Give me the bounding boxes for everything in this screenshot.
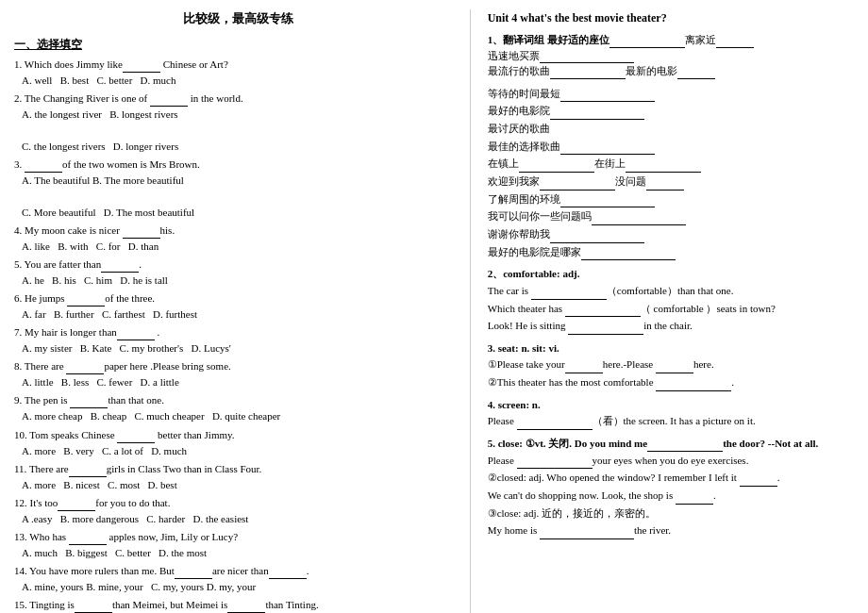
q5-options: A. he B. his C. him D. he is tall: [14, 273, 462, 289]
fill-right-section: 等待的时间最短 最好的电影院 最讨厌的歌曲 最佳的选择歌曲 在镇上在街上 欢迎到…: [488, 85, 854, 261]
q10-text: 10. Tom speaks Chinese better than Jimmy…: [14, 429, 235, 440]
near-home: 离家近: [685, 34, 716, 45]
section1-right-title: 1、翻译词组 最好适的座位: [488, 34, 609, 45]
question-1: 1. Which does Jimmy like Chinese or Art?…: [14, 57, 462, 89]
q4-text: 4. My moon cake is nicer his.: [14, 224, 175, 236]
screen-title: 4. screen: n.: [488, 397, 854, 413]
zh-line-8: 我可以问你一些问题吗: [488, 207, 854, 225]
left-panel: 比较级，最高级专练 一、选择填空 1. Which does Jimmy lik…: [14, 9, 471, 613]
q12-text: 12. It's toofor you to do that.: [14, 497, 170, 508]
q2-options: A. the longest river B. longest rivers: [14, 107, 462, 123]
question-10: 10. Tom speaks Chinese better than Jimmy…: [14, 427, 462, 459]
question-2: 2. The Changing River is one of in the w…: [14, 91, 462, 155]
zh-line-10: 最好的电影院是哪家: [488, 243, 854, 261]
comfortable-2: Which theater has （ comfortable ）seats i…: [488, 300, 854, 318]
q2-text: 2. The Changing River is one of in the w…: [14, 92, 243, 104]
question-14: 14. You have more rulers than me. Butare…: [14, 563, 462, 595]
question-7: 7. My hair is longer than . A. my sister…: [14, 324, 462, 356]
zh-line-9: 谢谢你帮助我: [488, 225, 854, 243]
q7-options: A. my sister B. Kate C. my brother's D. …: [14, 340, 462, 356]
zh-line-7: 了解周围的环境: [488, 191, 854, 208]
q14-text: 14. You have more rulers than me. Butare…: [14, 565, 309, 576]
q1-options: A. well B. best C. better D. much: [14, 73, 462, 89]
buy-ticket: 迅速地买票: [488, 50, 540, 61]
question-11: 11. There aregirls in Class Two than in …: [14, 461, 462, 493]
q13-text: 13. Who has apples now, Jim, Lily or Luc…: [14, 531, 238, 542]
q9-text: 9. The pen is than that one.: [14, 394, 164, 406]
q3-options: A. The beautiful B. The more beautiful: [14, 173, 462, 189]
page-container: 比较级，最高级专练 一、选择填空 1. Which does Jimmy lik…: [14, 9, 854, 613]
q11-options: A. more B. nicest C. most D. best: [14, 477, 462, 493]
close-2: ②closed: adj. Who opened the window? I r…: [488, 469, 854, 487]
q12-options: A .easy B. more dangerous C. harder D. t…: [14, 511, 462, 527]
zh-line-3: 最讨厌的歌曲: [488, 120, 854, 138]
q5-text: 5. You are fatter than.: [14, 258, 142, 270]
question-15: 15. Tingting isthan Meimei, but Meimei i…: [14, 597, 462, 613]
comfortable-3: Look! He is sitting in the chair.: [488, 317, 854, 335]
question-3: 3. of the two women is Mrs Brown. A. The…: [14, 157, 462, 221]
zh-line-1: 等待的时间最短: [488, 85, 854, 103]
q11-text: 11. There aregirls in Class Two than in …: [14, 463, 261, 474]
q7-text: 7. My hair is longer than .: [14, 326, 159, 338]
vocab-section: 1、翻译词组 最好适的座位离家近 迅速地买票 最流行的歌曲最新的电影: [488, 32, 854, 79]
comfortable-title: 2、comfortable: adj.: [488, 266, 854, 282]
comfortable-1: The car is （comfortable）than that one.: [488, 282, 854, 300]
close-4: ③close: adj. 近的，接近的，亲密的。: [488, 505, 854, 522]
q6-options: A. far B. further C. farthest D. furthes…: [14, 306, 462, 323]
q9-options: A. more cheap B. cheap C. much cheaper D…: [14, 408, 462, 424]
close-5: My home is the river.: [488, 522, 854, 539]
comfortable-section: 2、comfortable: adj. The car is （comforta…: [488, 266, 854, 335]
zh-line-5: 在镇上在街上: [488, 155, 854, 173]
close-section: 5. close: ①vt. 关闭. Do you mind methe doo…: [488, 436, 854, 539]
close-title: 5. close: ①vt. 关闭. Do you mind methe doo…: [488, 436, 854, 452]
q4-options: A. like B. with C. for D. than: [14, 239, 462, 255]
section1-title: 一、选择填空: [14, 36, 462, 53]
right-panel: Unit 4 what's the best movie theater? 1、…: [480, 9, 854, 613]
zh-line-2: 最好的电影院: [488, 102, 854, 120]
question-6: 6. He jumps of the three. A. far B. furt…: [14, 290, 462, 323]
zh-line-6: 欢迎到我家没问题: [488, 173, 854, 191]
seat-title: 3. seat: n. sit: vi.: [488, 340, 854, 356]
screen-section: 4. screen: n. Please （看）the screen. It h…: [488, 397, 854, 430]
seat-section: 3. seat: n. sit: vi. ①Please take yourhe…: [488, 340, 854, 391]
unit-title: Unit 4 what's the best movie theater?: [488, 9, 854, 26]
seat-2: ②This theater has the most comfortable .: [488, 373, 854, 391]
q13-options: A. much B. biggest C. better D. the most: [14, 545, 462, 561]
main-title: 比较级，最高级专练: [14, 9, 462, 28]
question-12: 12. It's toofor you to do that. A .easy …: [14, 495, 462, 527]
q10-options: A. more B. very C. a lot of D. much: [14, 443, 462, 459]
seat-1: ①Please take yourhere.-Please here.: [488, 356, 854, 373]
q14-options: A. mine, yours B. mine, your C. my, your…: [14, 579, 462, 595]
question-8: 8. There are paper here .Please bring so…: [14, 358, 462, 390]
q2-options2: C. the longest rivers D. longer rivers: [14, 139, 462, 155]
q8-text: 8. There are paper here .Please bring so…: [14, 360, 231, 372]
q8-options: A. little B. less C. fewer D. a little: [14, 374, 462, 390]
latest-film: 最新的电影: [626, 65, 677, 76]
q3-text: 3. of the two women is Mrs Brown.: [14, 158, 200, 170]
screen-1: Please （看）the screen. It has a picture o…: [488, 412, 854, 430]
zh-line-4: 最佳的选择歌曲: [488, 138, 854, 156]
close-3: We can't do shopping now. Look, the shop…: [488, 487, 854, 505]
q15-text: 15. Tingting isthan Meimei, but Meimei i…: [14, 599, 319, 610]
q1-text: 1. Which does Jimmy like Chinese or Art?: [14, 58, 228, 70]
popular-song: 最流行的歌曲: [488, 65, 550, 76]
close-1: Please your eyes when you do eye exercis…: [488, 452, 854, 470]
question-4: 4. My moon cake is nicer his. A. like B.…: [14, 223, 462, 255]
q3-options2: C. More beautiful D. The most beautiful: [14, 205, 462, 221]
question-5: 5. You are fatter than. A. he B. his C. …: [14, 257, 462, 289]
question-9: 9. The pen is than that one. A. more che…: [14, 392, 462, 424]
question-13: 13. Who has apples now, Jim, Lily or Luc…: [14, 529, 462, 561]
q6-text: 6. He jumps of the three.: [14, 292, 155, 304]
